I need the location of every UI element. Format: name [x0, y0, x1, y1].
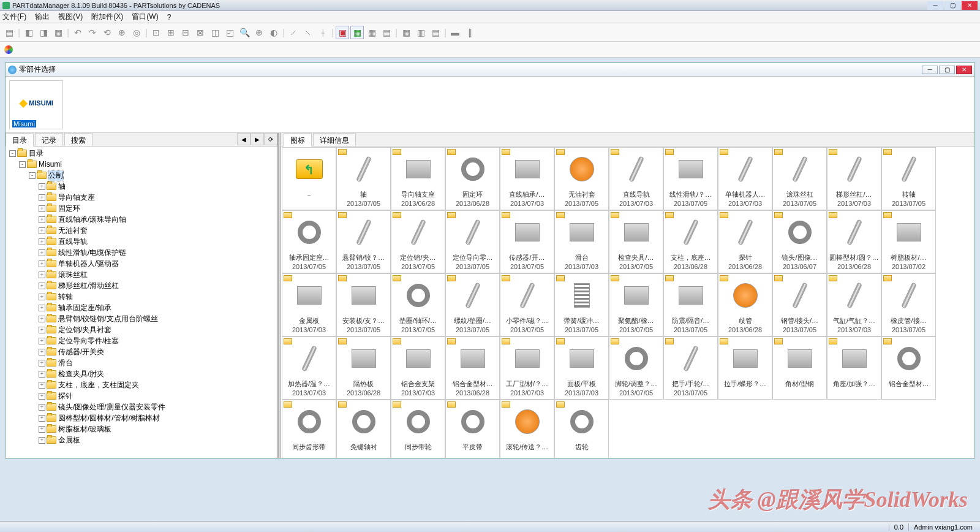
tree-node[interactable]: +导向轴支座 — [8, 192, 275, 203]
tree-node[interactable]: +传感器/开关类 — [8, 346, 275, 357]
tree-node[interactable]: +直线导轨 — [8, 236, 275, 247]
tool-table2-icon[interactable]: ▥ — [414, 26, 428, 39]
thumbnail-cell[interactable]: 金属板2013/07/03 — [282, 273, 336, 336]
tree-node[interactable]: +滑台 — [8, 357, 275, 368]
tool-view4-icon[interactable]: ⊠ — [194, 26, 207, 39]
tree-node[interactable]: +支柱，底座，支柱固定夹 — [8, 379, 275, 390]
tree-nav-0[interactable]: ◀ — [237, 133, 251, 145]
menu-item-0[interactable]: 文件(F) — [2, 12, 26, 22]
expand-toggle-icon[interactable]: + — [39, 294, 45, 300]
minimize-button[interactable]: ─ — [927, 1, 943, 10]
thumbnail-cell[interactable]: 角座/加强？… — [827, 336, 881, 400]
menu-item-1[interactable]: 输出 — [35, 12, 50, 22]
tree-node[interactable]: +树脂板材/玻璃板 — [8, 424, 275, 435]
expand-toggle-icon[interactable]: + — [39, 272, 45, 278]
tree-node[interactable]: +定位导向零件/柱塞 — [8, 335, 275, 346]
thumbnail-cell[interactable]: 弹簧/缓冲…2013/07/05 — [554, 273, 609, 336]
expand-toggle-icon[interactable]: + — [39, 338, 45, 344]
thumbnail-cell[interactable]: 同步齿形带 — [282, 400, 336, 458]
thumbnail-cell[interactable]: 同步带轮 — [391, 400, 445, 458]
thumbnail-cell[interactable]: 圆棒型材/圆？…2013/06/28 — [827, 210, 881, 273]
thumbnail-cell[interactable]: 铝合金型材… — [881, 336, 936, 400]
expand-toggle-icon[interactable]: + — [39, 426, 45, 433]
tool-sphere-icon[interactable]: ◐ — [267, 26, 281, 39]
thumbnail-cell[interactable]: 安装板/支？…2013/07/05 — [336, 273, 391, 336]
tool-nav4-icon[interactable]: ⊕ — [115, 26, 129, 39]
tool-nav5-icon[interactable]: ◎ — [130, 26, 143, 39]
thumbnail-cell[interactable]: 隔热板2013/06/28 — [336, 336, 391, 400]
thumbnail-cell[interactable]: 铝合金型材…2013/06/28 — [445, 336, 500, 400]
tool-bar-icon[interactable]: ▬ — [448, 26, 462, 39]
expand-toggle-icon[interactable]: + — [39, 227, 45, 234]
thumbnail-cell[interactable]: 固定环2013/06/28 — [445, 147, 500, 210]
tool-view3-icon[interactable]: ⊟ — [179, 26, 192, 39]
thumbnail-cell[interactable]: .. — [282, 147, 336, 210]
tree-node[interactable]: +线性滑轨/电缆保护链 — [8, 247, 275, 258]
tool-nav1-icon[interactable]: ↶ — [71, 26, 85, 39]
menu-item-2[interactable]: 视图(V) — [58, 12, 83, 22]
tree-node[interactable]: +圆棒型材/圆棒材/管材/树脂棒材 — [8, 412, 275, 424]
thumbnail-cell[interactable]: 定位导向零…2013/07/05 — [445, 210, 500, 273]
expand-toggle-icon[interactable]: + — [39, 349, 45, 355]
tree-node[interactable]: +梯形丝杠/滑动丝杠 — [8, 280, 275, 291]
thumbnail-cell[interactable]: 橡皮管/接…2013/07/05 — [881, 273, 936, 336]
tree-node[interactable]: +转轴 — [8, 291, 275, 302]
tool-view2-icon[interactable]: ⊞ — [164, 26, 178, 39]
tool-cube2-icon[interactable]: ◨ — [37, 26, 50, 39]
tree-node[interactable]: +单轴机器人/驱动器 — [8, 258, 275, 269]
thumbnail-cell[interactable]: 传感器/开…2013/07/05 — [500, 210, 554, 273]
thumbnail-cell[interactable]: 直线导轨2013/07/03 — [609, 147, 663, 210]
tree-node[interactable]: +滚珠丝杠 — [8, 269, 275, 280]
tree-node[interactable]: +轴承固定座/轴承 — [8, 302, 275, 313]
tree-node[interactable]: +定位销/夹具衬套 — [8, 324, 275, 335]
thumbnail-cell[interactable]: 转轴2013/07/05 — [881, 147, 936, 210]
expand-toggle-icon[interactable]: + — [39, 305, 45, 311]
left-tab-2[interactable]: 搜索 — [64, 133, 92, 146]
menu-item-4[interactable]: 窗口(W) — [132, 12, 158, 22]
tool-plus-icon[interactable]: ⊕ — [252, 26, 266, 39]
thumbnail-cell[interactable]: 轴2013/07/05 — [336, 147, 391, 210]
thumbnail-cell[interactable]: 导向轴支座2013/06/28 — [391, 147, 445, 210]
expand-toggle-icon[interactable]: + — [39, 238, 45, 245]
thumbnail-cell[interactable]: 线性滑轨/？…2013/07/05 — [663, 147, 718, 210]
tree-node[interactable]: +镜头/图像处理/测量仪器安装零件 — [8, 401, 275, 412]
tool-dim2-icon[interactable]: ⟍ — [301, 26, 315, 39]
expand-toggle-icon[interactable]: + — [39, 249, 45, 256]
expand-toggle-icon[interactable]: + — [39, 194, 45, 201]
tree-node[interactable]: +检查夹具/肘夹 — [8, 368, 275, 379]
close-button[interactable]: ✕ — [962, 1, 978, 10]
thumbnail-cell[interactable]: 聚氨酯/橡…2013/07/05 — [609, 273, 663, 336]
thumbnail-cell[interactable]: 树脂板材/…2013/07/02 — [881, 210, 936, 273]
tool-doc-icon[interactable]: ▤ — [2, 26, 16, 39]
thumbnail-cell[interactable]: 防震/隔音/…2013/07/05 — [663, 273, 718, 336]
expand-toggle-icon[interactable]: + — [39, 216, 45, 223]
expand-toggle-icon[interactable]: + — [39, 382, 45, 389]
thumbnail-cell[interactable]: 免键轴衬 — [336, 400, 391, 458]
expand-toggle-icon[interactable]: + — [39, 437, 45, 444]
sub-close-button[interactable]: ✕ — [956, 66, 972, 74]
thumbnail-cell[interactable]: 角材/型钢 — [772, 336, 827, 400]
thumbnail-cell[interactable]: 钢管/接头/…2013/07/05 — [772, 273, 827, 336]
thumbnail-cell[interactable]: 加热器/温？…2013/07/03 — [282, 336, 336, 400]
thumbnail-cell[interactable]: 悬臂销/铰？…2013/07/05 — [336, 210, 391, 273]
thumbnail-grid-wrap[interactable]: ..轴2013/07/05导向轴支座2013/06/28固定环2013/06/2… — [281, 146, 974, 458]
thumbnail-cell[interactable]: 气缸/气缸？…2013/07/03 — [827, 273, 881, 336]
tree-node[interactable]: -公制 — [8, 170, 275, 181]
thumbnail-cell[interactable]: 镜头/图像…2013/06/07 — [772, 210, 827, 273]
tool-code-icon[interactable]: ‖ — [463, 26, 477, 39]
vendor-logo[interactable]: MISUMI Misumi — [9, 80, 63, 129]
thumbnail-cell[interactable]: 面板/平板2013/07/03 — [554, 336, 609, 400]
thumbnail-cell[interactable]: 单轴机器人…2013/07/03 — [718, 147, 772, 210]
tree-node[interactable]: +轴 — [8, 181, 275, 192]
thumbnail-cell[interactable]: 歧管2013/06/28 — [718, 273, 772, 336]
expand-toggle-icon[interactable]: + — [39, 260, 45, 267]
menu-item-5[interactable]: ? — [167, 13, 172, 21]
thumbnail-cell[interactable]: 轴承固定座…2013/07/05 — [282, 210, 336, 273]
tool-table3-icon[interactable]: ▤ — [429, 26, 442, 39]
tool-asm-icon[interactable]: ▦ — [350, 26, 364, 39]
tree-node[interactable]: +无油衬套 — [8, 225, 275, 236]
thumbnail-cell[interactable]: 工厂型材/？…2013/07/03 — [500, 336, 554, 400]
thumbnail-cell[interactable]: 检查夹具/…2013/07/05 — [609, 210, 663, 273]
sub-maximize-button[interactable]: ▢ — [939, 66, 955, 74]
tree-node[interactable]: -Misumi — [8, 159, 275, 170]
